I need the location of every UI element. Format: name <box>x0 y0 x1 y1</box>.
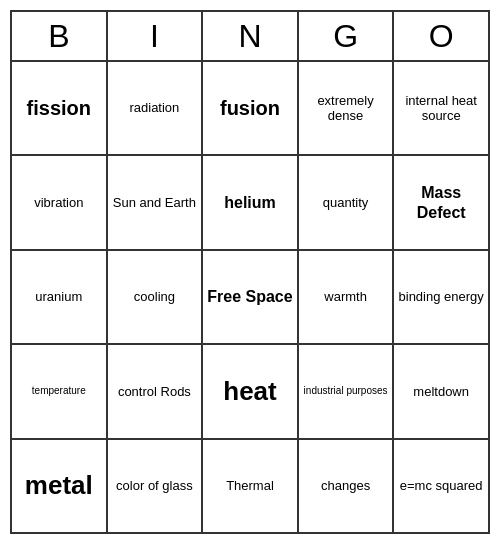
bingo-cell: uranium <box>12 251 108 343</box>
bingo-cell: metal <box>12 440 108 532</box>
header-letter: I <box>108 12 204 60</box>
bingo-row: fissionradiationfusionextremely denseint… <box>12 62 488 156</box>
bingo-body: fissionradiationfusionextremely denseint… <box>12 62 488 532</box>
bingo-cell: control Rods <box>108 345 204 437</box>
bingo-cell: Mass Defect <box>394 156 488 248</box>
bingo-cell: Thermal <box>203 440 299 532</box>
bingo-header: BINGO <box>12 12 488 62</box>
header-letter: O <box>394 12 488 60</box>
header-letter: B <box>12 12 108 60</box>
bingo-cell: color of glass <box>108 440 204 532</box>
bingo-row: metalcolor of glassThermalchangese=mc sq… <box>12 440 488 532</box>
bingo-cell: binding energy <box>394 251 488 343</box>
bingo-cell: quantity <box>299 156 395 248</box>
bingo-cell: industrial purposes <box>299 345 395 437</box>
bingo-cell: fission <box>12 62 108 154</box>
bingo-cell: e=mc squared <box>394 440 488 532</box>
bingo-row: temperaturecontrol Rodsheatindustrial pu… <box>12 345 488 439</box>
bingo-cell: temperature <box>12 345 108 437</box>
header-letter: G <box>299 12 395 60</box>
bingo-card: BINGO fissionradiationfusionextremely de… <box>10 10 490 534</box>
bingo-cell: fusion <box>203 62 299 154</box>
bingo-row: uraniumcoolingFree Spacewarmthbinding en… <box>12 251 488 345</box>
bingo-cell: internal heat source <box>394 62 488 154</box>
bingo-cell: vibration <box>12 156 108 248</box>
bingo-cell: changes <box>299 440 395 532</box>
bingo-cell: radiation <box>108 62 204 154</box>
bingo-cell: Free Space <box>203 251 299 343</box>
bingo-row: vibrationSun and EarthheliumquantityMass… <box>12 156 488 250</box>
bingo-cell: Sun and Earth <box>108 156 204 248</box>
bingo-cell: warmth <box>299 251 395 343</box>
header-letter: N <box>203 12 299 60</box>
bingo-cell: meltdown <box>394 345 488 437</box>
bingo-cell: extremely dense <box>299 62 395 154</box>
bingo-cell: cooling <box>108 251 204 343</box>
bingo-cell: heat <box>203 345 299 437</box>
bingo-cell: helium <box>203 156 299 248</box>
